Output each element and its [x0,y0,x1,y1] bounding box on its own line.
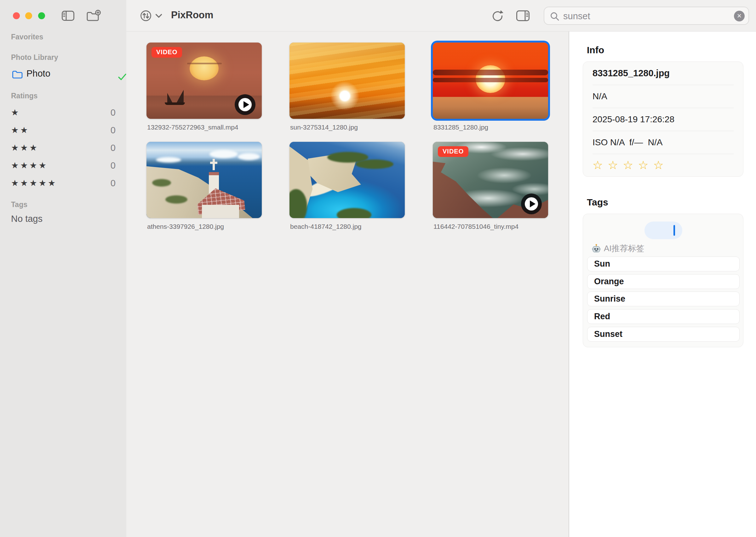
sidebar-rating-4[interactable]: ★★★★ 0 [0,159,126,172]
thumbnail[interactable] [289,142,405,218]
thumbnail[interactable] [146,142,262,218]
sidebar-rating-5[interactable]: ★★★★★ 0 [0,177,126,190]
video-badge: VIDEO [438,146,469,157]
thumbnail-filename: 132932-755272963_small.mp4 [146,124,263,131]
ai-suggestions-label: AI推荐标签 [604,244,645,253]
tags-card: AI推荐标签 Sun Orange Sunrise Red Sunset [583,214,743,347]
sidebar: Favorites Photo Library Photo Ratings ★ … [0,0,127,537]
star-outline-icon: ☆ [608,159,623,172]
rating-count: 0 [111,124,116,137]
star-icon: ★★★★ [11,159,48,172]
grid-item-video-6[interactable]: VIDEO 116442-707851046_tiny.mp4 [433,142,549,230]
search-field[interactable]: ✕ [544,7,749,25]
favorites-heading: Favorites [11,33,43,41]
tag-suggestion-button[interactable]: Red [587,309,739,324]
thumbnail-filename: sun-3275314_1280.jpg [289,124,406,131]
ratings-heading: Ratings [11,92,37,100]
sidebar-rating-1[interactable]: ★ 0 [0,106,126,119]
thumbnail[interactable]: VIDEO [433,142,548,218]
toolbar: PixRoom ✕ [126,0,756,31]
search-icon [550,11,560,21]
tag-input[interactable] [645,222,682,239]
info-panel-toggle-icon[interactable] [516,10,530,21]
thumbnail-selected[interactable] [433,43,548,119]
info-panel: Info 8331285_1280.jpg N/A 2025-08-19 17:… [569,31,756,537]
sort-order-icon[interactable] [140,10,152,22]
photo-library-heading: Photo Library [11,53,58,62]
star-icon: ★★★★★ [11,177,57,190]
sidebar-toggle-icon[interactable] [62,11,74,22]
rating-count: 0 [111,159,116,172]
sidebar-item-photo[interactable]: Photo [0,67,126,81]
video-badge: VIDEO [152,47,182,58]
star-icon: ★ [11,106,20,119]
sidebar-item-label: Photo [26,68,51,79]
traffic-light-close-button[interactable] [13,12,20,19]
rating-stars-control[interactable]: ☆☆☆☆☆ [592,154,734,177]
thumbnail-grid: VIDEO 132932-755272963_small.mp4 sun-327… [126,31,569,537]
ai-suggestions-row: AI推荐标签 [591,243,645,253]
play-button-icon[interactable] [235,94,255,115]
tags-panel-heading: Tags [587,197,608,208]
tag-suggestion-button[interactable]: Orange [587,274,739,289]
info-exposure: ISO N/A f/— N/A [592,131,734,154]
rating-count: 0 [111,106,116,119]
tags-heading-sidebar: Tags [11,200,27,209]
no-tags-label: No tags [11,214,43,224]
thumbnail-image [289,43,405,119]
star-icon: ★★★ [11,141,39,154]
sidebar-rating-2[interactable]: ★★ 0 [0,124,126,137]
rating-count: 0 [111,141,116,154]
grid-item-image-3-selected[interactable]: 8331285_1280.jpg [433,43,549,131]
info-card: 8331285_1280.jpg N/A 2025-08-19 17:26:28… [583,62,743,177]
rating-count: 0 [111,177,116,190]
search-input[interactable] [563,9,721,23]
info-panel-heading: Info [587,45,604,56]
thumbnail[interactable] [289,43,405,119]
grid-item-video-1[interactable]: VIDEO 132932-755272963_small.mp4 [146,43,263,131]
star-icon: ★★ [11,124,29,137]
info-datetime: 2025-08-19 17:26:28 [592,108,734,131]
folder-icon [12,70,23,79]
thumbnail[interactable]: VIDEO [146,43,262,119]
grid-item-image-2[interactable]: sun-3275314_1280.jpg [289,43,406,131]
grid-item-image-4[interactable]: athens-3397926_1280.jpg [146,142,263,230]
robot-icon [591,244,601,253]
text-cursor [673,225,675,236]
tag-suggestion-button[interactable]: Sun [587,257,739,271]
thumbnail-filename: 116442-707851046_tiny.mp4 [433,223,549,230]
refresh-icon[interactable] [491,9,504,22]
star-outline-icon: ☆ [653,159,668,172]
star-outline-icon: ☆ [623,159,638,172]
tag-suggestion-button[interactable]: Sunset [587,327,739,342]
chevron-down-icon[interactable] [155,14,162,20]
tag-suggestion-button[interactable]: Sunrise [587,292,739,306]
thumbnail-filename: athens-3397926_1280.jpg [146,223,263,230]
star-outline-icon: ☆ [592,159,608,172]
grid-item-image-5[interactable]: beach-418742_1280.jpg [289,142,406,230]
star-outline-icon: ☆ [638,159,653,172]
traffic-light-minimize-button[interactable] [25,12,32,19]
sidebar-rating-3[interactable]: ★★★ 0 [0,141,126,154]
info-filename: 8331285_1280.jpg [592,62,734,85]
thumbnail-filename: beach-418742_1280.jpg [289,223,406,230]
info-camera: N/A [592,85,734,108]
window-title: PixRoom [171,10,213,21]
traffic-light-zoom-button[interactable] [38,12,45,19]
new-folder-icon[interactable] [86,10,101,23]
thumbnail-filename: 8331285_1280.jpg [433,124,549,131]
play-button-icon[interactable] [521,193,542,214]
clear-search-icon[interactable]: ✕ [734,11,745,21]
